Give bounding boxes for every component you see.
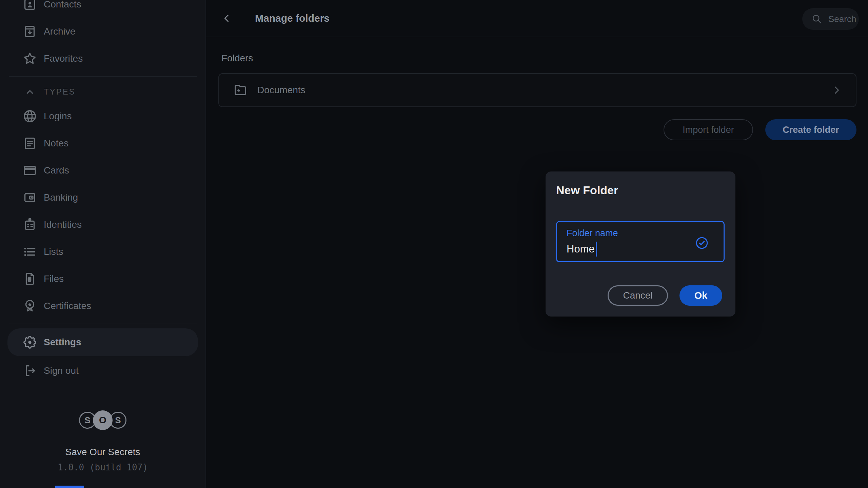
ok-button[interactable]: Ok	[679, 285, 722, 306]
taskbar-indicator	[55, 486, 84, 488]
file-paperclip-icon	[22, 271, 38, 287]
sidebar-nav-top: Contacts Archive Favorites	[0, 0, 205, 72]
check-circle-icon	[694, 236, 709, 250]
sidebar-nav-types: Logins Notes Cards Banking	[0, 103, 205, 320]
list-icon	[22, 244, 38, 260]
sidebar-item-identities[interactable]: Identities	[0, 211, 205, 238]
new-folder-dialog: New Folder Folder name Home Cancel Ok	[546, 171, 735, 317]
archive-icon	[22, 24, 38, 39]
brand-name: Save Our Secrets	[65, 447, 140, 458]
create-folder-button[interactable]: Create folder	[765, 119, 856, 140]
sidebar-item-contacts[interactable]: Contacts	[0, 0, 205, 18]
id-badge-icon	[22, 217, 38, 232]
folder-name-input-label: Folder name	[567, 228, 618, 239]
logo-letter: O	[93, 410, 113, 430]
app-window: Contacts Archive Favorites TYPES	[0, 0, 868, 488]
gear-icon	[22, 334, 38, 350]
sidebar-item-favorites[interactable]: Favorites	[0, 45, 205, 72]
folder-star-icon	[233, 82, 248, 98]
sidebar-item-label: Logins	[44, 111, 72, 122]
search-button[interactable]: Search	[802, 8, 859, 30]
folder-row[interactable]: Documents	[218, 73, 856, 107]
wallet-icon	[22, 190, 38, 205]
caret-up-icon	[22, 84, 38, 100]
sidebar-item-certificates[interactable]: Certificates	[0, 292, 205, 320]
sidebar-item-label: Favorites	[44, 53, 83, 64]
chevron-right-icon	[831, 84, 842, 96]
sidebar-item-banking[interactable]: Banking	[0, 184, 205, 211]
chevron-left-icon	[221, 13, 233, 24]
main-panel: Manage folders Search Folders Documents	[206, 0, 868, 488]
sign-out-icon	[22, 363, 38, 379]
sidebar-item-archive[interactable]: Archive	[0, 18, 205, 45]
sidebar-divider	[9, 324, 197, 324]
sidebar-divider	[9, 76, 197, 77]
search-label: Search	[828, 14, 856, 24]
sidebar-item-label: Sign out	[44, 365, 79, 376]
contacts-icon	[22, 0, 38, 12]
back-button[interactable]	[219, 11, 235, 26]
sidebar-item-label: Settings	[44, 337, 81, 348]
folders-section-label: Folders	[221, 53, 856, 64]
search-icon	[802, 13, 823, 25]
sidebar-item-label: Archive	[44, 26, 75, 37]
credit-card-icon	[22, 163, 38, 178]
dialog-title: New Folder	[556, 184, 618, 197]
sidebar-item-label: Files	[44, 273, 64, 284]
note-icon	[22, 136, 38, 151]
globe-icon	[22, 108, 38, 124]
sidebar-item-logins[interactable]: Logins	[0, 103, 205, 130]
sidebar-item-lists[interactable]: Lists	[0, 238, 205, 265]
manage-folders-content: Folders Documents Import folder Create f…	[206, 53, 868, 140]
sidebar-item-label: Contacts	[44, 0, 81, 10]
folder-name-input[interactable]: Folder name Home	[556, 221, 725, 262]
sidebar-item-label: Banking	[44, 192, 78, 203]
main-header: Manage folders Search	[206, 0, 868, 37]
cancel-button[interactable]: Cancel	[608, 285, 668, 306]
sidebar-section-types[interactable]: TYPES	[0, 81, 205, 103]
sidebar-item-label: Lists	[44, 246, 63, 257]
section-label: TYPES	[44, 87, 76, 97]
sidebar-item-label: Certificates	[44, 301, 91, 311]
folder-name-input-value: Home	[567, 242, 597, 257]
sidebar-item-settings[interactable]: Settings	[7, 328, 198, 356]
page-title: Manage folders	[255, 13, 330, 24]
dialog-actions: Cancel Ok	[546, 285, 735, 306]
sidebar-item-signout[interactable]: Sign out	[0, 356, 205, 385]
sidebar-item-label: Identities	[44, 219, 82, 230]
star-icon	[22, 51, 38, 66]
sos-logo: S O S	[79, 400, 126, 441]
sidebar-item-notes[interactable]: Notes	[0, 130, 205, 157]
folder-name: Documents	[257, 85, 305, 96]
brand-version: 1.0.0 (build 107)	[58, 462, 148, 472]
text-cursor	[596, 242, 597, 257]
brand: S O S Save Our Secrets 1.0.0 (build 107)	[0, 400, 205, 472]
sidebar-item-files[interactable]: Files	[0, 265, 205, 292]
certificate-icon	[22, 298, 38, 314]
sidebar-item-label: Notes	[44, 138, 68, 149]
folder-actions: Import folder Create folder	[218, 119, 856, 140]
sidebar-item-label: Cards	[44, 165, 69, 176]
sidebar-item-cards[interactable]: Cards	[0, 157, 205, 184]
import-folder-button[interactable]: Import folder	[664, 119, 753, 140]
sidebar: Contacts Archive Favorites TYPES	[0, 0, 206, 488]
